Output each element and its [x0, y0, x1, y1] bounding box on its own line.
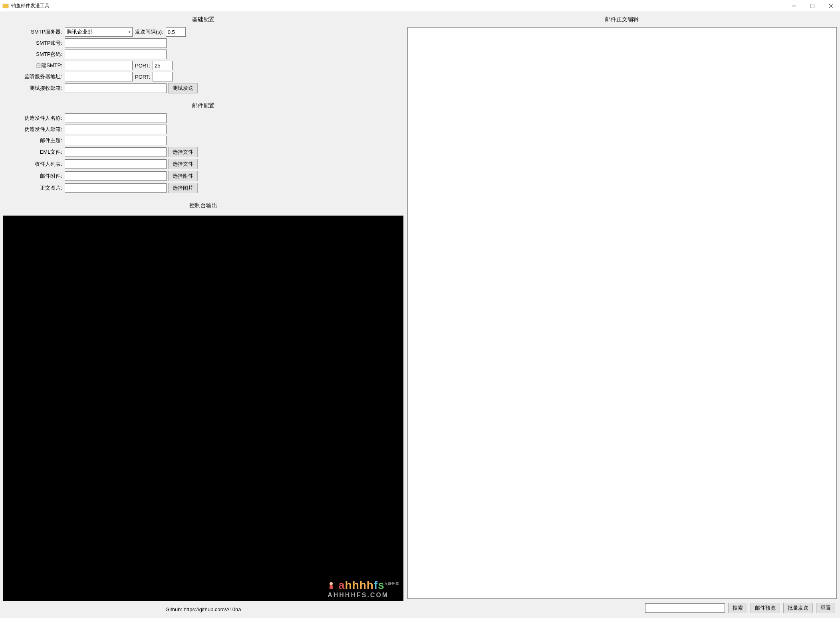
body-image-choose-button[interactable]: 选择图片 [168, 183, 198, 193]
window-controls [785, 0, 840, 12]
port2-input[interactable] [153, 72, 173, 81]
editor-title: 邮件正文编辑 [407, 14, 837, 27]
svg-rect-0 [3, 4, 8, 8]
eml-label: EML文件: [7, 149, 63, 156]
body-image-input[interactable] [65, 183, 167, 193]
basic-config-form: SMTP服务器: 腾讯企业邮 ▾ 发送间隔(s): SMTP账号: SMTP密码… [3, 27, 403, 95]
smtp-account-input[interactable] [65, 38, 167, 48]
attachment-label: 邮件附件: [7, 172, 63, 180]
content-area: 基础配置 SMTP服务器: 腾讯企业邮 ▾ 发送间隔(s): SMTP账号: [0, 12, 840, 618]
console-title: 控制台输出 [3, 195, 403, 213]
window-title: 钓鱼邮件发送工具 [11, 2, 50, 9]
mail-config-title: 邮件配置 [3, 95, 403, 113]
basic-config-title: 基础配置 [3, 14, 403, 27]
smtp-server-label: SMTP服务器: [7, 28, 63, 36]
right-panel: 邮件正文编辑 搜索 邮件预览 批量发送 重置 [407, 14, 837, 615]
chevron-down-icon: ▾ [128, 30, 131, 34]
email-body-editor[interactable] [407, 27, 837, 599]
test-send-button[interactable]: 测试发送 [168, 83, 198, 93]
subject-input[interactable] [65, 136, 167, 145]
custom-smtp-label: 自建SMTP: [7, 62, 63, 69]
fake-email-input[interactable] [65, 125, 167, 134]
mail-config-form: 伪造发件人名称: 伪造发件人邮箱: 邮件主题: EML文件: 选择文件 [3, 113, 403, 195]
eml-choose-button[interactable]: 选择文件 [168, 147, 198, 157]
bottom-controls: 搜索 邮件预览 批量发送 重置 [407, 599, 837, 615]
app-window: 钓鱼邮件发送工具 基础配置 SMTP服务器: 腾讯企业邮 ▾ [0, 0, 840, 618]
port2-label: PORT: [134, 74, 151, 80]
left-panel: 基础配置 SMTP服务器: 腾讯企业邮 ▾ 发送间隔(s): SMTP账号: [3, 14, 403, 615]
test-recv-input[interactable] [65, 83, 167, 93]
console-output [3, 216, 403, 601]
smtp-password-label: SMTP密码: [7, 51, 63, 58]
smtp-server-select[interactable]: 腾讯企业邮 ▾ [65, 27, 133, 37]
fake-name-input[interactable] [65, 113, 167, 123]
subject-label: 邮件主题: [7, 137, 63, 144]
port1-label: PORT: [134, 63, 151, 69]
recipients-input[interactable] [65, 159, 167, 169]
smtp-account-label: SMTP账号: [7, 40, 63, 47]
minimize-button[interactable] [785, 0, 803, 12]
preview-button[interactable]: 邮件预览 [751, 603, 780, 613]
close-button[interactable] [822, 0, 840, 12]
test-recv-label: 测试接收邮箱: [7, 85, 63, 92]
listen-server-label: 监听服务器地址: [7, 73, 63, 80]
attachment-input[interactable] [65, 171, 167, 181]
batch-send-button[interactable]: 批量发送 [783, 603, 813, 613]
smtp-password-input[interactable] [65, 50, 167, 59]
attachment-choose-button[interactable]: 选择附件 [168, 171, 198, 181]
smtp-server-value: 腾讯企业邮 [67, 28, 93, 36]
search-input[interactable] [645, 603, 725, 613]
github-link[interactable]: Github: https://github.com/A10ha [3, 601, 403, 615]
interval-input[interactable] [166, 27, 186, 37]
recipients-label: 收件人列表: [7, 160, 63, 168]
reset-button[interactable]: 重置 [816, 603, 835, 613]
fake-email-label: 伪造发件人邮箱: [7, 126, 63, 133]
search-button[interactable]: 搜索 [728, 603, 747, 613]
custom-smtp-input[interactable] [65, 61, 133, 70]
titlebar-left: 钓鱼邮件发送工具 [2, 2, 50, 9]
svg-rect-2 [811, 4, 814, 8]
eml-input[interactable] [65, 147, 167, 157]
maximize-button[interactable] [803, 0, 822, 12]
app-icon [2, 3, 9, 9]
interval-label: 发送间隔(s): [134, 28, 164, 36]
body-image-label: 正文图片: [7, 184, 63, 192]
titlebar: 钓鱼邮件发送工具 [0, 0, 840, 12]
recipients-choose-button[interactable]: 选择文件 [168, 159, 198, 169]
port1-input[interactable] [153, 61, 173, 70]
fake-name-label: 伪造发件人名称: [7, 115, 63, 122]
listen-server-input[interactable] [65, 72, 133, 81]
